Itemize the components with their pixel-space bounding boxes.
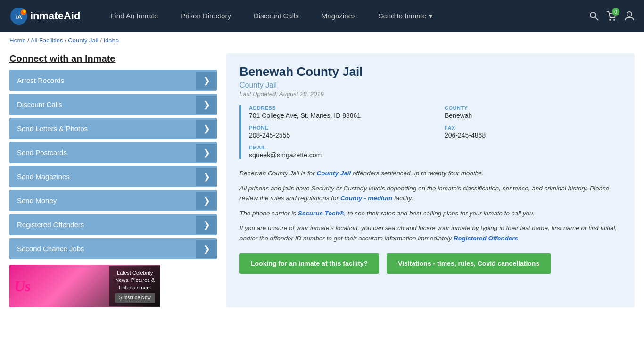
breadcrumb-state[interactable]: Idaho [103, 37, 119, 44]
breadcrumb-county-jail[interactable]: County Jail [68, 37, 98, 44]
sidebar-arrow-7: ❯ [196, 240, 217, 258]
sidebar-item-send-letters[interactable]: Send Letters & Photos ❯ [9, 118, 217, 139]
email-value: squeek@smgazette.com [249, 151, 621, 159]
sidebar-arrow-1: ❯ [196, 96, 217, 114]
user-button[interactable] [624, 11, 635, 21]
detail-panel: Benewah County Jail County Jail Last Upd… [226, 53, 635, 307]
ad-subscribe-button[interactable]: Subscribe Now [115, 293, 154, 303]
ad-banner: Us Latest Celebrity News, Pictures & Ent… [9, 265, 160, 307]
find-inmate-button[interactable]: Looking for an inmate at this facility? [239, 253, 379, 274]
sidebar-title: Connect with an Inmate [9, 53, 217, 64]
logo-area[interactable]: iA inmateAid [9, 7, 80, 25]
phone-label: PHONE [249, 125, 426, 131]
breadcrumb-all-facilities[interactable]: All Facilities [31, 37, 63, 44]
facility-subtitle: County Jail [239, 81, 621, 90]
desc-4: If you are unsure of your inmate's locat… [239, 223, 621, 243]
phone-block: PHONE 208-245-2555 [249, 125, 426, 139]
nav-prison-directory[interactable]: Prison Directory [169, 0, 242, 32]
info-grid: ADDRESS 701 College Ave, St. Maries, ID … [239, 105, 621, 159]
nav-links: Find An Inmate Prison Directory Discount… [99, 0, 589, 32]
svg-point-6 [609, 19, 611, 21]
county-label: COUNTY [445, 105, 621, 111]
ad-logo: Us [14, 278, 31, 295]
svg-line-5 [595, 17, 598, 20]
registered-offenders-link[interactable]: Registered Offenders [454, 235, 518, 242]
search-icon [589, 11, 599, 21]
nav-send-to-inmate[interactable]: Send to Inmate ▾ [367, 0, 444, 32]
breadcrumb-home[interactable]: Home [9, 37, 26, 44]
svg-point-4 [590, 12, 596, 18]
user-icon [624, 11, 635, 21]
county-block: COUNTY Benewah [445, 105, 621, 119]
county-value: Benewah [445, 112, 621, 119]
cart-badge: 0 [612, 8, 619, 16]
desc-1: Benewah County Jail is for County Jail o… [239, 168, 621, 179]
nav-find-inmate[interactable]: Find An Inmate [99, 0, 169, 32]
phone-value: 208-245-2555 [249, 132, 426, 139]
nav-magazines[interactable]: Magazines [310, 0, 367, 32]
fax-block: FAX 206-245-4868 [445, 125, 621, 139]
action-buttons: Looking for an inmate at this facility? … [239, 253, 621, 274]
facility-updated: Last Updated: August 28, 2019 [239, 90, 621, 98]
sidebar-arrow-0: ❯ [196, 72, 217, 90]
svg-point-3 [23, 10, 26, 13]
sidebar-item-send-magazines[interactable]: Send Magazines ❯ [9, 166, 217, 187]
main-content: Connect with an Inmate Arrest Records ❯ … [0, 49, 644, 321]
sidebar: Connect with an Inmate Arrest Records ❯ … [9, 53, 217, 307]
sidebar-arrow-5: ❯ [196, 192, 217, 210]
sidebar-item-second-chance-jobs[interactable]: Second Chance Jobs ❯ [9, 238, 217, 259]
svg-text:iA: iA [16, 13, 23, 20]
svg-point-7 [613, 19, 615, 21]
visitations-button[interactable]: Visitations - times, rules, Covid cancel… [387, 253, 551, 274]
securus-link[interactable]: Securus Tech® [298, 210, 344, 217]
sidebar-arrow-4: ❯ [196, 168, 217, 186]
sidebar-item-arrest-records[interactable]: Arrest Records ❯ [9, 70, 217, 91]
nav-discount-calls[interactable]: Discount Calls [242, 0, 310, 32]
breadcrumb: Home / All Facilities / County Jail / Id… [0, 32, 644, 49]
email-block: EMAIL squeek@smgazette.com [249, 145, 621, 159]
sidebar-arrow-6: ❯ [196, 216, 217, 234]
county-jail-link-1[interactable]: County Jail [317, 170, 351, 177]
county-medium-link[interactable]: County - medium [340, 195, 392, 202]
fax-label: FAX [445, 125, 621, 131]
logo-text: inmateAid [30, 10, 80, 22]
sidebar-item-discount-calls[interactable]: Discount Calls ❯ [9, 94, 217, 115]
sidebar-arrow-3: ❯ [196, 144, 217, 162]
ad-text[interactable]: Latest Celebrity News, Pictures & Entert… [109, 266, 160, 306]
address-value: 701 College Ave, St. Maries, ID 83861 [249, 112, 426, 119]
address-label: ADDRESS [249, 105, 426, 111]
fax-value: 206-245-4868 [445, 132, 621, 139]
sidebar-item-send-postcards[interactable]: Send Postcards ❯ [9, 142, 217, 163]
desc-3: The phone carrier is Securus Tech®, to s… [239, 208, 621, 219]
nav-icons: 0 [589, 11, 635, 21]
email-label: EMAIL [249, 145, 621, 150]
sidebar-item-registered-offenders[interactable]: Registered Offenders ❯ [9, 214, 217, 235]
cart-button[interactable]: 0 [606, 11, 617, 21]
navbar: iA inmateAid Find An Inmate Prison Direc… [0, 0, 644, 32]
sidebar-arrow-2: ❯ [196, 120, 217, 138]
desc-2: All prisons and jails have Security or C… [239, 183, 621, 204]
svg-point-8 [627, 12, 632, 16]
address-block: ADDRESS 701 College Ave, St. Maries, ID … [249, 105, 426, 119]
facility-title: Benewah County Jail [239, 65, 621, 79]
search-button[interactable] [589, 11, 599, 21]
sidebar-item-send-money[interactable]: Send Money ❯ [9, 190, 217, 211]
logo-icon: iA [9, 7, 28, 25]
